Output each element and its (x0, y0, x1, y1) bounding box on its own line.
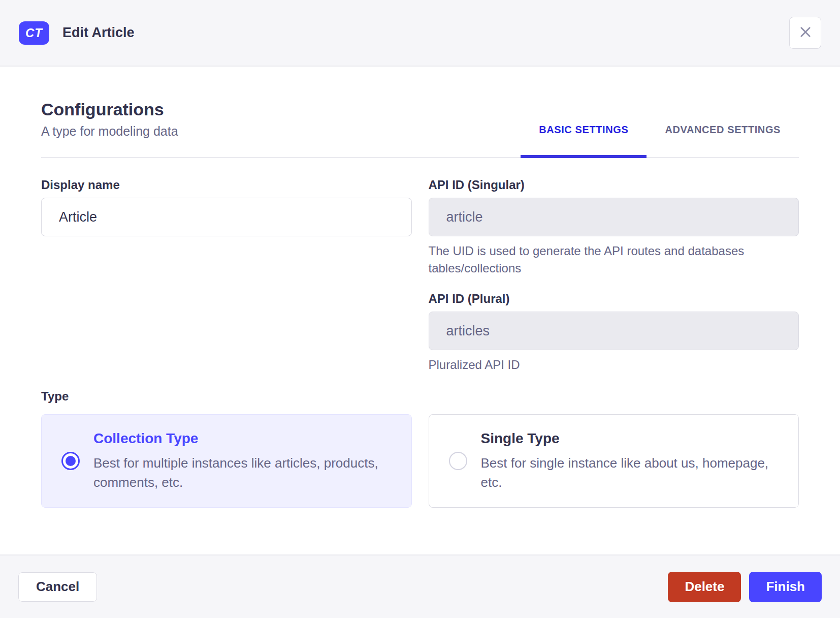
modal-header: CT Edit Article (0, 0, 840, 67)
radio-single-type-unselected-icon[interactable] (449, 452, 467, 470)
modal-title: Edit Article (62, 25, 135, 41)
close-icon (798, 25, 813, 41)
api-id-plural-label: API ID (Plural) (429, 291, 799, 306)
configurations-form: Display name API ID (Singular) The UID i… (41, 177, 799, 508)
radio-collection-type-selected-icon[interactable] (61, 452, 80, 470)
tab-basic-settings[interactable]: BASIC SETTINGS (521, 124, 647, 158)
api-id-singular-hint: The UID is used to generate the API rout… (429, 242, 799, 277)
single-type-content: Single Type Best for single instance lik… (481, 430, 779, 492)
api-id-fields: API ID (Singular) The UID is used to gen… (429, 177, 799, 374)
single-type-title: Single Type (481, 430, 779, 447)
type-label: Type (41, 389, 799, 404)
close-button[interactable] (789, 17, 821, 49)
modal-footer: Cancel Delete Finish (0, 554, 840, 618)
single-type-description: Best for single instance like about us, … (481, 453, 779, 492)
section-titles: Configurations A type for modeling data (41, 98, 178, 157)
settings-tabs: BASIC SETTINGS ADVANCED SETTINGS (521, 124, 799, 157)
api-id-singular-field: API ID (Singular) The UID is used to gen… (429, 177, 799, 277)
edit-article-modal: CT Edit Article Configurations A type fo… (0, 0, 840, 618)
api-id-plural-hint: Pluralized API ID (429, 356, 799, 374)
finish-button[interactable]: Finish (749, 572, 822, 602)
page-title: Configurations (41, 98, 178, 120)
display-name-input[interactable] (41, 198, 412, 236)
api-id-singular-input (429, 198, 799, 236)
modal-body: Configurations A type for modeling data … (0, 67, 840, 554)
section-head: Configurations A type for modeling data … (41, 98, 799, 158)
tab-advanced-settings[interactable]: ADVANCED SETTINGS (647, 124, 799, 158)
display-name-label: Display name (41, 177, 412, 193)
page-subtitle: A type for modeling data (41, 123, 178, 139)
type-option-single[interactable]: Single Type Best for single instance lik… (429, 414, 799, 508)
collection-type-title: Collection Type (93, 430, 391, 447)
radio-dot (66, 456, 76, 466)
collection-type-description: Best for multiple instances like article… (93, 453, 391, 492)
api-id-plural-input (429, 312, 799, 350)
api-id-plural-field: API ID (Plural) Pluralized API ID (429, 291, 799, 374)
cancel-button[interactable]: Cancel (18, 572, 97, 602)
delete-button[interactable]: Delete (668, 572, 741, 602)
content-type-badge: CT (19, 21, 49, 45)
api-id-singular-label: API ID (Singular) (429, 177, 799, 193)
collection-type-content: Collection Type Best for multiple instan… (93, 430, 391, 492)
type-options: Collection Type Best for multiple instan… (41, 414, 799, 508)
type-block: Type Collection Type Best for multiple i… (41, 389, 799, 508)
display-name-field: Display name (41, 177, 412, 374)
type-option-collection[interactable]: Collection Type Best for multiple instan… (41, 414, 412, 508)
content-type-badge-label: CT (25, 26, 43, 40)
